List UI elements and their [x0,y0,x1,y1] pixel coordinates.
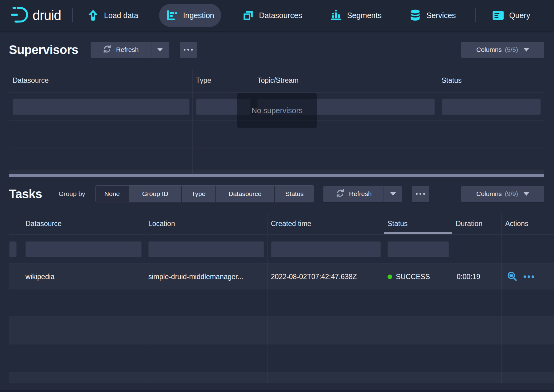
column-header-datasource[interactable]: Datasource [22,213,145,234]
empty-row [9,317,554,344]
refresh-interval-dropdown[interactable] [384,186,402,202]
supervisors-columns-button[interactable]: Columns (5/5) [461,42,544,58]
nav-item-label: Services [426,11,456,20]
column-header-actions[interactable]: Actions [502,213,554,234]
column-header-type[interactable]: Type [193,69,254,92]
status-text: SUCCESS [396,273,430,281]
refresh-interval-dropdown[interactable] [151,42,169,58]
nav-item-query[interactable]: Query [485,4,537,27]
empty-row [9,290,554,317]
druid-logo-icon [11,6,29,25]
empty-row [9,344,554,372]
bottom-scrollbar-track[interactable] [0,390,554,392]
supervisors-more-button[interactable] [180,42,197,58]
cell-actions [502,263,554,290]
upload-icon [87,9,99,21]
top-nav: druid Load data Ingestion [0,0,554,31]
tasks-table: Datasource Location Created time Status … [9,213,554,383]
more-icon [184,49,185,51]
refresh-button[interactable]: Refresh [323,186,384,202]
column-header-location[interactable]: Location [145,213,267,234]
chevron-down-icon [390,192,396,196]
column-header-status-sorted[interactable]: Status [384,213,452,234]
supervisors-table: Datasource Type Topic/Stream Status No s… [9,69,544,177]
nav-item-ingestion[interactable]: Ingestion [159,4,221,27]
success-status-icon [388,275,392,279]
row-more-actions-icon[interactable] [523,271,534,282]
bar-chart-icon [330,9,342,21]
column-header-duration[interactable]: Duration [452,213,502,234]
task-row-wikipedia[interactable]: wikipedia simple-druid-middlemanager... … [9,263,554,290]
horizontal-scrollbar[interactable] [9,174,544,177]
chevron-down-icon [157,48,163,52]
filter-datasource-input[interactable] [13,98,189,115]
group-by-datasource-button[interactable]: Datasource [215,186,274,202]
cell-duration: 0:00:19 [452,263,502,290]
no-supervisors-overlay: No supervisors [237,93,317,128]
group-by-none-button[interactable]: None [96,186,128,202]
group-by-type-button[interactable]: Type [181,186,215,202]
nav-item-label: Segments [347,11,382,20]
supervisors-title: Supervisors [9,43,78,57]
filter-datasource-input[interactable] [25,241,142,257]
cell-created-time: 2022-08-02T07:42:47.638Z [267,263,384,290]
nav-item-load-data[interactable]: Load data [80,4,145,27]
nav-item-label: Query [509,11,530,20]
filter-created-time-input[interactable] [271,241,381,257]
column-header-blank [9,213,22,234]
ingestion-icon [166,9,178,21]
nav-item-datasources[interactable]: Datasources [235,4,309,27]
filter-status-input[interactable] [388,241,449,257]
chevron-down-icon [524,192,529,196]
group-by-status-button[interactable]: Status [274,186,314,202]
column-header-status[interactable]: Status [438,69,544,92]
nav-divider [475,8,476,22]
sort-indicator [384,232,452,234]
view-details-magnifier-icon[interactable] [507,271,518,282]
refresh-icon [336,189,345,199]
supervisors-refresh-split-button: Refresh [91,42,169,58]
filter-location-input[interactable] [148,241,264,257]
tasks-section: Tasks Group by None Group ID Type Dataso… [0,185,554,383]
cell-location: simple-druid-middlemanager... [145,263,267,290]
layers-icon [242,9,254,21]
refresh-button[interactable]: Refresh [91,42,151,58]
cell-status: SUCCESS [384,263,452,290]
brand-name: druid [33,8,61,23]
tasks-title: Tasks [9,187,42,201]
group-by-label: Group by [59,190,85,198]
group-by-group-id-button[interactable]: Group ID [128,186,181,202]
nav-divider [72,8,73,22]
refresh-label: Refresh [349,190,372,198]
column-header-topic-stream[interactable]: Topic/Stream [254,69,438,92]
nav-item-segments[interactable]: Segments [323,4,388,27]
nav-item-label: Ingestion [183,11,214,20]
nav-item-label: Load data [104,11,138,20]
nav-item-services[interactable]: Services [402,4,462,27]
chevron-down-icon [524,48,529,52]
console-icon [492,9,504,21]
empty-row [9,148,544,170]
tasks-columns-button[interactable]: Columns (9/9) [461,186,544,202]
column-header-created-time[interactable]: Created time [267,213,384,234]
cell-datasource: wikipedia [22,263,145,290]
columns-label: Columns [476,190,502,198]
refresh-label: Refresh [116,46,139,53]
nav-item-label: Datasources [259,11,302,20]
filter-status-input[interactable] [442,98,541,115]
supervisors-section: Supervisors Refresh [0,41,554,177]
empty-row [9,372,554,383]
group-by-button-group: None Group ID Type Datasource Status [95,185,314,202]
columns-label: Columns [476,46,502,53]
tasks-refresh-split-button: Refresh [323,186,402,202]
refresh-icon [103,44,112,55]
column-header-datasource[interactable]: Datasource [9,69,193,92]
columns-count: (9/9) [505,190,518,198]
columns-count: (5/5) [505,46,518,53]
database-icon [409,9,421,21]
empty-message: No supervisors [252,106,303,115]
filter-cutoff-input[interactable] [9,241,17,257]
tasks-more-button[interactable] [412,186,429,202]
more-icon [416,193,418,195]
druid-brand[interactable]: druid [11,6,61,25]
